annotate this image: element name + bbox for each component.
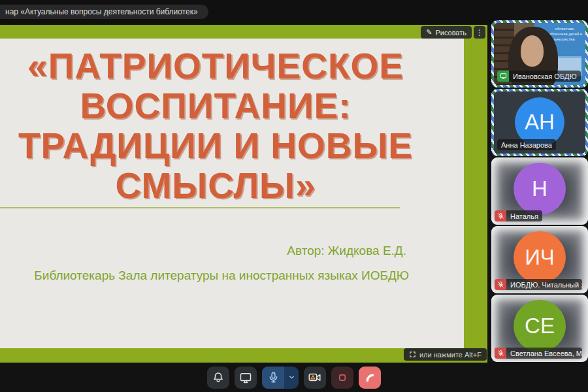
call-toolbar [0, 363, 588, 392]
pencil-icon: ✎ [426, 28, 432, 37]
presentation-slide: «ПАТРИОТИЧЕСКОЕ ВОСПИТАНИЕ: ТРАДИЦИИ И Н… [0, 39, 464, 348]
participant-name-tag: Светлана Евсеева, Ма... [495, 348, 582, 359]
participant-tile[interactable]: ИЧ ИОБДЮ. Читальный з... [491, 226, 588, 293]
slide-author: Автор: Жидкова Е.Д. [0, 244, 406, 258]
slide-title-line: ВОСПИТАНИЕ: [0, 86, 441, 126]
slide-subtitle: Библиотекарь Зала литературы на иностран… [0, 269, 409, 283]
avatar-initials: СЕ [525, 314, 555, 338]
participant-name-tag: Ивановская ОБДЮ [497, 71, 581, 82]
more-options-button[interactable]: ⋮ [474, 26, 485, 39]
participants-sidebar: областная библиотека детей и юношества И… [491, 20, 588, 363]
stop-square-icon [336, 371, 349, 384]
avatar-initials: АН [525, 110, 555, 135]
monitor-icon [239, 371, 252, 384]
avatar: СЕ [514, 300, 566, 352]
screen-share-indicator-icon [497, 71, 509, 82]
microphone-button[interactable] [262, 367, 299, 389]
participant-tile[interactable]: СЕ Светлана Евсеева, Ма... [491, 295, 588, 362]
slide-title: «ПАТРИОТИЧЕСКОЕ ВОСПИТАНИЕ: ТРАДИЦИИ И Н… [0, 46, 441, 206]
slide-divider-line [0, 207, 400, 208]
participant-tile[interactable]: Н Наталья [491, 157, 588, 225]
fullscreen-hint-label: или нажмите Alt+F [419, 351, 482, 359]
camera-button[interactable] [304, 367, 326, 389]
screen-share-button[interactable] [235, 367, 257, 389]
slide-title-line: ТРАДИЦИИ И НОВЫЕ [0, 126, 441, 166]
participant-name: Анна Назарова [497, 139, 556, 150]
phone-hangup-icon [363, 371, 376, 384]
participant-name: ИОБДЮ. Читальный з... [506, 279, 582, 290]
camera-warning-icon [308, 370, 322, 385]
avatar: ИЧ [514, 231, 566, 284]
mic-muted-icon [495, 210, 506, 221]
end-call-button[interactable] [359, 367, 381, 389]
draw-button[interactable]: ✎ Рисовать [421, 26, 472, 39]
slide-title-line: СМЫСЛЫ» [0, 166, 441, 206]
participant-name: Ивановская ОБДЮ [509, 71, 581, 82]
participant-name-tag: Наталья [495, 210, 542, 221]
stop-share-button[interactable] [331, 367, 353, 389]
microphone-options-chevron-icon[interactable] [284, 367, 299, 389]
participant-name-tag: Анна Назарова [497, 139, 556, 150]
slide-title-line: «ПАТРИОТИЧЕСКОЕ [0, 46, 441, 86]
bell-icon [212, 371, 225, 384]
fullscreen-icon [409, 351, 416, 358]
participant-name: Наталья [506, 210, 542, 221]
participant-name-tag: ИОБДЮ. Читальный з... [495, 279, 582, 290]
kebab-icon: ⋮ [476, 28, 483, 37]
draw-button-label: Рисовать [435, 29, 466, 37]
person-face [521, 35, 544, 67]
participant-tile[interactable]: АН Анна Назарова [491, 89, 588, 156]
raise-hand-button[interactable] [207, 367, 229, 389]
avatar-initials: Н [532, 176, 547, 201]
meeting-title-tab[interactable]: нар «Актуальные вопросы деятельности биб… [0, 5, 208, 19]
screen-share-area: «ПАТРИОТИЧЕСКОЕ ВОСПИТАНИЕ: ТРАДИЦИИ И Н… [0, 25, 487, 363]
mic-muted-icon [495, 348, 506, 359]
mic-muted-icon [495, 279, 506, 290]
avatar-initials: ИЧ [525, 245, 555, 270]
fullscreen-hint-badge[interactable]: или нажмите Alt+F [404, 348, 487, 361]
microphone-icon[interactable] [262, 367, 284, 389]
participant-name: Светлана Евсеева, Ма... [506, 348, 582, 359]
participant-tile-video[interactable]: областная библиотека детей и юношества И… [491, 20, 588, 88]
avatar: Н [514, 163, 566, 215]
